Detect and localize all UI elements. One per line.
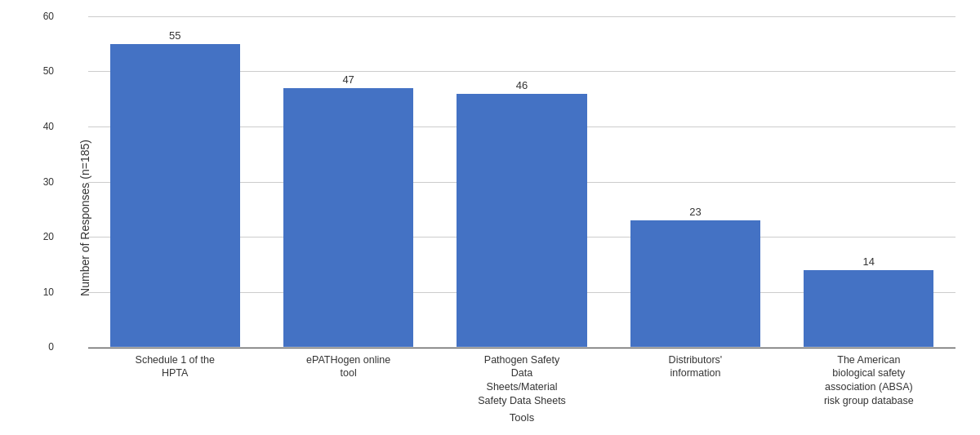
bar-rect: [457, 94, 586, 347]
bar-group: 47: [261, 16, 434, 347]
y-tick-label: 40: [43, 121, 54, 132]
bar-value-label: 23: [689, 206, 701, 218]
chart-container: Number of Responses (n=185) 5547462314 0…: [0, 0, 980, 435]
bar-group: 23: [608, 16, 782, 347]
y-tick-label: 30: [43, 176, 54, 188]
x-label: Pathogen SafetyDataSheets/MaterialSafety…: [435, 348, 608, 409]
bar-value-label: 14: [863, 255, 875, 268]
grid-line: [88, 347, 956, 348]
bar-group: 14: [782, 16, 956, 347]
bar-value-label: 47: [342, 73, 354, 86]
bar-value-label: 46: [516, 79, 528, 91]
bar-rect: [804, 270, 933, 348]
bar-rect: [110, 44, 240, 347]
x-label: Schedule 1 of theHPTA: [88, 348, 261, 409]
bar-group: 46: [435, 16, 608, 347]
y-tick-label: 50: [43, 65, 54, 77]
y-tick-label: 60: [43, 11, 54, 22]
bar-rect: [283, 88, 413, 347]
y-tick-label: 20: [43, 231, 54, 242]
bar-group: 55: [88, 16, 261, 347]
plot-area: 5547462314 0102030405060: [88, 16, 956, 347]
y-tick-labels: [57, 16, 88, 427]
x-label: ePATHogen onlinetool: [261, 348, 434, 409]
y-tick-label: 0: [48, 341, 54, 353]
bar-value-label: 55: [169, 29, 180, 42]
x-labels: Schedule 1 of theHPTAePATHogen onlinetoo…: [88, 348, 956, 409]
x-label: Distributors'information: [608, 348, 782, 409]
y-tick-label: 10: [43, 286, 54, 298]
x-axis-title: Tools: [88, 411, 956, 424]
x-label: The Americanbiological safetyassociation…: [782, 348, 956, 409]
bar-rect: [630, 220, 760, 347]
